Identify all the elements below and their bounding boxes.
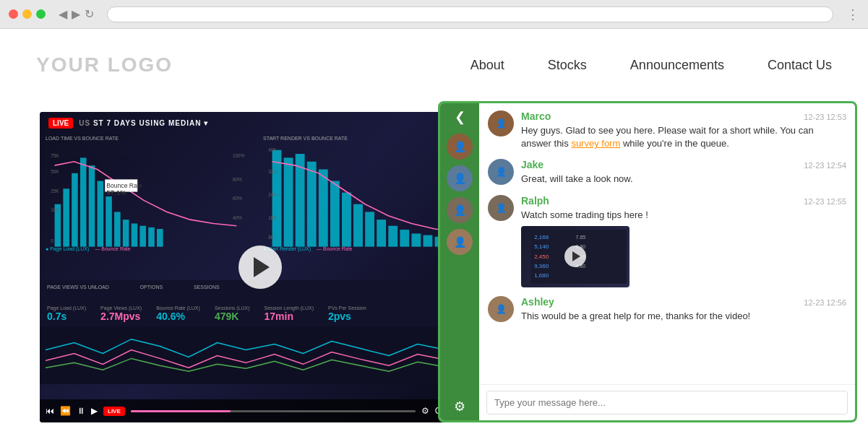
settings-button[interactable]: ⚙ <box>421 406 429 416</box>
play-icon <box>254 257 270 277</box>
minimize-button[interactable] <box>22 9 32 19</box>
svg-rect-28 <box>272 150 282 247</box>
msg-text-ashley: This would be a great help for me, thank… <box>521 310 846 323</box>
wave-svg <box>46 326 475 377</box>
avatar-marco-face: 👤 <box>454 141 466 152</box>
avatar-marco[interactable]: 👤 <box>447 134 473 160</box>
close-button[interactable] <box>9 9 18 19</box>
nav-contact[interactable]: Contact Us <box>768 58 832 73</box>
svg-text:7.65: 7.65 <box>576 235 586 240</box>
video-header: LIVE US ST 7 DAYS USING MEDIAN ▾ <box>40 112 481 134</box>
msg-content-ashley: Ashley 12-23 12:56 This would be a great… <box>521 296 846 323</box>
svg-text:0: 0 <box>51 238 53 243</box>
chat-panel: ❮ 👤 👤 👤 👤 ⚙ <box>438 101 857 422</box>
thumb-play-icon <box>572 251 580 261</box>
chat-settings-button[interactable]: ⚙ <box>454 399 465 415</box>
chat-back-button[interactable]: ❮ <box>455 109 465 125</box>
msg-header-ashley: Ashley 12-23 12:56 <box>521 296 846 308</box>
svg-rect-37 <box>377 220 386 247</box>
avatar-ashley[interactable]: 👤 <box>447 229 473 255</box>
svg-text:24K: 24K <box>268 192 277 197</box>
svg-text:100%: 100% <box>233 153 245 158</box>
svg-rect-11 <box>123 220 129 247</box>
left-chart: LOAD TIME VS BOUNCE RATE <box>46 134 257 279</box>
play-button[interactable] <box>239 246 282 289</box>
svg-rect-4 <box>63 188 69 246</box>
survey-form-link[interactable]: survey form <box>571 138 620 149</box>
page: YOUR LOGO About Stocks Announcements Con… <box>0 29 868 434</box>
svg-rect-10 <box>114 212 121 246</box>
video-panel: LIVE US ST 7 DAYS USING MEDIAN ▾ LOAD TI… <box>40 112 481 422</box>
msg-avatar-ralph: 👤 <box>488 195 514 221</box>
svg-rect-8 <box>98 181 104 247</box>
msg-header-jake: Jake 12-23 12:54 <box>521 159 846 170</box>
chart1-svg: Bounce Rate 57.1% 75K 50K 25K 10K 0 100%… <box>46 142 257 251</box>
skip-back-button[interactable]: ⏮ <box>46 406 54 416</box>
stat-pvs: PVs Per Session 2pvs <box>328 305 366 322</box>
svg-text:80%: 80% <box>233 177 242 182</box>
nav-about[interactable]: About <box>470 58 504 73</box>
svg-rect-34 <box>342 193 351 247</box>
nav-stocks[interactable]: Stocks <box>548 58 587 73</box>
video-inner: LIVE US ST 7 DAYS USING MEDIAN ▾ LOAD TI… <box>40 112 481 422</box>
forward-button[interactable]: ▶ <box>72 7 80 21</box>
stat-page-load: Page Load (LUX) 0.7s <box>47 305 86 322</box>
svg-rect-5 <box>72 173 78 247</box>
stat-sessions: Sessions (LUX) 479K <box>215 305 250 322</box>
svg-rect-35 <box>353 204 363 247</box>
chart1-label: LOAD TIME VS BOUNCE RATE <box>46 134 257 142</box>
main-content: LIVE US ST 7 DAYS USING MEDIAN ▾ LOAD TI… <box>0 101 868 434</box>
svg-text:16K: 16K <box>268 215 277 220</box>
avatar-ralph[interactable]: 👤 <box>447 197 473 223</box>
svg-text:60%: 60% <box>233 196 242 201</box>
nav-announcements[interactable]: Announcements <box>630 58 724 73</box>
msg-name-jake: Jake <box>521 159 543 170</box>
svg-text:9,360: 9,360 <box>534 263 549 269</box>
chat-sidebar: ❮ 👤 👤 👤 👤 ⚙ <box>440 103 479 420</box>
stat-bounce-rate: Bounce Rate (LUX) 40.6% <box>156 305 200 322</box>
msg-avatar-ashley: 👤 <box>488 296 514 322</box>
wave-area <box>40 326 481 384</box>
svg-rect-13 <box>139 226 146 247</box>
svg-text:2,450: 2,450 <box>534 253 549 259</box>
refresh-button[interactable]: ↻ <box>85 7 94 21</box>
avatar-ashley-face: 👤 <box>454 236 466 248</box>
svg-text:8K: 8K <box>268 235 275 240</box>
avatar-jake-face: 👤 <box>454 173 466 184</box>
svg-text:50K: 50K <box>51 169 59 174</box>
msg-content-marco: Marco 12-23 12:53 Hey guys. Glad to see … <box>521 110 846 150</box>
msg-name-ashley: Ashley <box>521 296 554 308</box>
address-bar[interactable] <box>107 6 833 22</box>
maximize-button[interactable] <box>36 9 46 19</box>
video-controls: ⏮ ⏪ ⏸ ▶ LIVE ⚙ CC ⛶ ⊡ <box>40 399 481 422</box>
navigation: About Stocks Announcements Contact Us <box>470 58 832 73</box>
msg-avatar-jake: 👤 <box>488 159 514 185</box>
svg-rect-12 <box>132 224 138 247</box>
pause-button[interactable]: ⏸ <box>77 406 85 416</box>
svg-text:5,140: 5,140 <box>534 243 549 250</box>
svg-text:40%: 40% <box>233 215 242 220</box>
chat-messages: 👤 Marco 12-23 12:53 Hey guys. Glad to se… <box>479 103 855 384</box>
svg-rect-31 <box>307 162 317 247</box>
svg-text:10K: 10K <box>51 207 59 212</box>
message-ashley: 👤 Ashley 12-23 12:56 This would be a gre… <box>488 296 846 323</box>
svg-text:1,680: 1,680 <box>534 272 549 279</box>
svg-rect-15 <box>157 229 163 247</box>
stat-page-views: Page Views (LUX) 2.7Mpvs <box>100 305 142 322</box>
play-ctrl-button[interactable]: ▶ <box>91 406 98 416</box>
avatar-jake[interactable]: 👤 <box>447 165 473 191</box>
msg-header-ralph: Ralph 12-23 12:55 <box>521 195 846 207</box>
progress-bar[interactable] <box>131 410 416 412</box>
svg-rect-38 <box>388 226 398 247</box>
chat-video-thumbnail[interactable]: 2,168 5,140 2,450 9,360 1,680 7.65 6.90 … <box>521 226 629 287</box>
back-button[interactable]: ◀ <box>59 7 67 21</box>
chrome-menu-icon[interactable]: ⋮ <box>846 6 859 22</box>
rewind-button[interactable]: ⏪ <box>60 406 71 416</box>
message-marco: 👤 Marco 12-23 12:53 Hey guys. Glad to se… <box>488 110 846 150</box>
avatar-ralph-face: 👤 <box>454 204 466 216</box>
msg-time-jake: 12-23 12:54 <box>804 161 846 170</box>
chat-input[interactable] <box>486 391 848 415</box>
logo: YOUR LOGO <box>36 53 470 77</box>
svg-text:57.1%: 57.1% <box>106 188 126 196</box>
thumb-play-button[interactable] <box>564 246 586 267</box>
